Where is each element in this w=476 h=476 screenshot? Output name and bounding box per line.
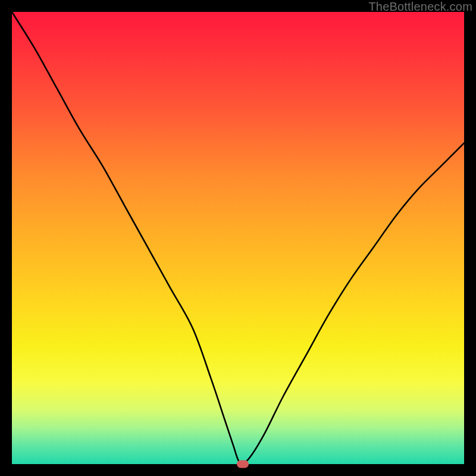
bottleneck-marker: [237, 461, 249, 468]
chart-frame: TheBottleneck.com: [0, 0, 476, 476]
bottleneck-curve: [12, 12, 464, 464]
chart-plot-area: [12, 12, 464, 464]
watermark-text: TheBottleneck.com: [368, 0, 472, 14]
